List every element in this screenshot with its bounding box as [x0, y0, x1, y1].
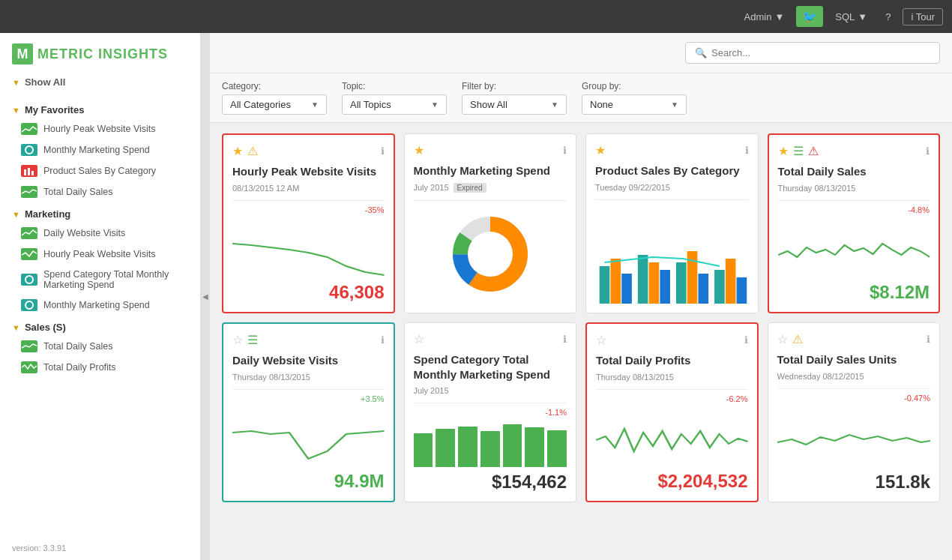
sidebar-header: M METRIC INSIGHTS ▼ Show All — [0, 33, 200, 98]
bar4 — [480, 431, 500, 467]
search-bar[interactable]: 🔍 — [685, 42, 940, 64]
sidebar-item-total-daily-sales2[interactable]: Total Daily Sales — [0, 336, 200, 357]
search-bar-wrapper: 🔍 — [210, 33, 952, 73]
svg-rect-2 — [28, 168, 30, 175]
groupby-select[interactable]: None ▼ — [582, 94, 687, 115]
sidebar-item-spend-category[interactable]: Spend Category Total Monthly Marketing S… — [0, 265, 200, 295]
help-icon: ? — [885, 11, 891, 22]
sidebar-item-hourly-peak[interactable]: Hourly Peak Website Visits — [0, 118, 200, 139]
card8-info[interactable]: ℹ — [927, 334, 930, 345]
group-value: None — [590, 99, 613, 110]
tour-button[interactable]: i Tour — [903, 8, 943, 25]
sidebar-item-label: Spend Category Total Monthly Marketing S… — [43, 269, 188, 290]
card5-title: Daily Website Visits — [232, 353, 385, 368]
card7-star[interactable]: ☆ — [596, 333, 606, 347]
search-input[interactable] — [711, 47, 930, 58]
card4-date: Thursday 08/13/2015 — [778, 184, 930, 193]
svg-rect-16 — [660, 270, 670, 304]
filter-category: Category: All Categories ▼ — [222, 81, 327, 115]
category-select[interactable]: All Categories ▼ — [222, 94, 327, 115]
card3-info[interactable]: ℹ — [745, 145, 749, 156]
sql-label: SQL — [835, 11, 855, 22]
sidebar-item-label: Hourly Peak Website Visits — [43, 249, 156, 259]
card3-icons: ★ ℹ — [595, 143, 749, 157]
card7-icons: ☆ ℹ — [596, 333, 748, 347]
sidebar-item-label: Monthly Marketing Spend — [43, 145, 150, 155]
card2-info[interactable]: ℹ — [563, 145, 567, 156]
filterby-select[interactable]: Show All ▼ — [462, 94, 567, 115]
card8-date: Wednesday 08/12/2015 — [777, 372, 931, 381]
card6-value: $154,462 — [414, 472, 567, 493]
sidebar-section-favorites[interactable]: ▼ My Favorites — [0, 98, 200, 118]
card7-percent: -6.2% — [726, 394, 748, 403]
sidebar-item-total-daily-profits[interactable]: Total Daily Profits — [0, 357, 200, 378]
card5-info[interactable]: ℹ — [381, 334, 385, 346]
card6-chart: -1.1% — [414, 408, 567, 467]
item-icon-line — [21, 123, 37, 135]
card5-chart: +3.5% — [232, 394, 385, 467]
card4-alert: ⚠ — [808, 144, 819, 158]
card1-star[interactable]: ★ — [232, 144, 243, 158]
card3-star[interactable]: ★ — [595, 143, 606, 157]
sidebar-section-marketing[interactable]: ▼ Marketing — [0, 202, 200, 223]
show-all-button[interactable]: ▼ Show All — [12, 73, 188, 91]
search-icon: 🔍 — [695, 47, 707, 58]
help-button[interactable]: ? — [879, 8, 897, 25]
svg-rect-17 — [676, 262, 687, 304]
topic-select[interactable]: All Topics ▼ — [342, 94, 447, 115]
bar1 — [414, 433, 433, 467]
card-product-sales[interactable]: ★ ℹ Product Sales By Category Tuesday 09… — [585, 133, 759, 313]
item-icon-line6 — [21, 361, 37, 373]
sidebar-item-monthly-mktg2[interactable]: Monthly Marketing Spend — [0, 295, 200, 316]
card7-info[interactable]: ℹ — [744, 334, 748, 346]
sidebar-item-monthly-mktg[interactable]: Monthly Marketing Spend — [0, 139, 200, 160]
admin-menu[interactable]: Admin ▼ — [738, 8, 791, 25]
card-total-daily-sales[interactable]: ★ ☰ ⚠ ℹ Total Daily Sales Thursday 08/13… — [768, 133, 941, 313]
svg-rect-1 — [24, 169, 26, 175]
card-daily-website[interactable]: ☆ ☰ ℹ Daily Website Visits Thursday 08/1… — [222, 322, 395, 502]
sidebar-item-hourly-peak2[interactable]: Hourly Peak Website Visits — [0, 244, 200, 265]
card-spend-category[interactable]: ☆ ℹ Spend Category Total Monthly Marketi… — [404, 322, 577, 502]
card1-value: 46,308 — [232, 282, 385, 303]
card4-star[interactable]: ★ — [778, 144, 789, 158]
sidebar-collapse-handle[interactable] — [201, 33, 210, 560]
svg-rect-12 — [610, 259, 621, 304]
card8-star[interactable]: ☆ — [777, 332, 788, 346]
sidebar-logo-icon: M — [12, 43, 33, 64]
card1-warning: ⚠ — [247, 144, 258, 158]
card5-star[interactable]: ☆ — [232, 333, 243, 347]
filters-row: Category: All Categories ▼ Topic: All To… — [210, 73, 952, 123]
filter-topic: Topic: All Topics ▼ — [342, 81, 447, 115]
card1-icons: ★ ⚠ ℹ — [232, 144, 385, 158]
admin-chevron: ▼ — [774, 11, 784, 22]
sidebar-item-daily-visits[interactable]: Daily Website Visits — [0, 223, 200, 244]
card6-title: Spend Category Total Monthly Marketing S… — [414, 352, 567, 382]
card6-date: July 2015 — [414, 386, 567, 395]
svg-rect-15 — [649, 262, 660, 304]
sales-label: Sales (S) — [25, 322, 66, 333]
card-sales-units[interactable]: ☆ ⚠ ℹ Total Daily Sales Units Wednesday … — [768, 322, 941, 502]
card-monthly-marketing[interactable]: ★ ℹ Monthly Marketing Spend July 2015 Ex… — [404, 133, 577, 313]
card7-date: Thursday 08/13/2015 — [596, 373, 748, 382]
card4-title: Total Daily Sales — [778, 164, 930, 179]
sidebar-section-sales[interactable]: ▼ Sales (S) — [0, 316, 200, 336]
card2-star[interactable]: ★ — [414, 143, 424, 157]
card6-info[interactable]: ℹ — [563, 334, 567, 345]
card6-star[interactable]: ☆ — [414, 332, 424, 346]
sidebar-item-total-daily-sales[interactable]: Total Daily Sales — [0, 181, 200, 202]
sidebar-item-label: Hourly Peak Website Visits — [43, 124, 156, 134]
sidebar-logo-text: METRIC INSIGHTS — [37, 46, 168, 62]
main-layout: M METRIC INSIGHTS ▼ Show All ▼ My Favori… — [0, 33, 952, 560]
filter-groupby: Group by: None ▼ — [582, 81, 687, 115]
card7-value: $2,204,532 — [596, 471, 748, 492]
card4-info[interactable]: ℹ — [926, 145, 930, 157]
sales-triangle: ▼ — [12, 323, 20, 332]
brand-logo[interactable]: 🐦 — [796, 6, 823, 27]
card-hourly-peak[interactable]: ★ ⚠ ℹ Hourly Peak Website Visits 08/13/2… — [222, 133, 395, 313]
sql-menu[interactable]: SQL ▼ — [829, 8, 873, 25]
card-total-profits[interactable]: ☆ ℹ Total Daily Profits Thursday 08/13/2… — [585, 322, 759, 502]
sidebar-item-product-sales[interactable]: Product Sales By Category — [0, 160, 200, 181]
sidebar-item-label: Monthly Marketing Spend — [43, 300, 150, 310]
card3-title: Product Sales By Category — [595, 163, 749, 178]
card1-info[interactable]: ℹ — [381, 145, 385, 157]
